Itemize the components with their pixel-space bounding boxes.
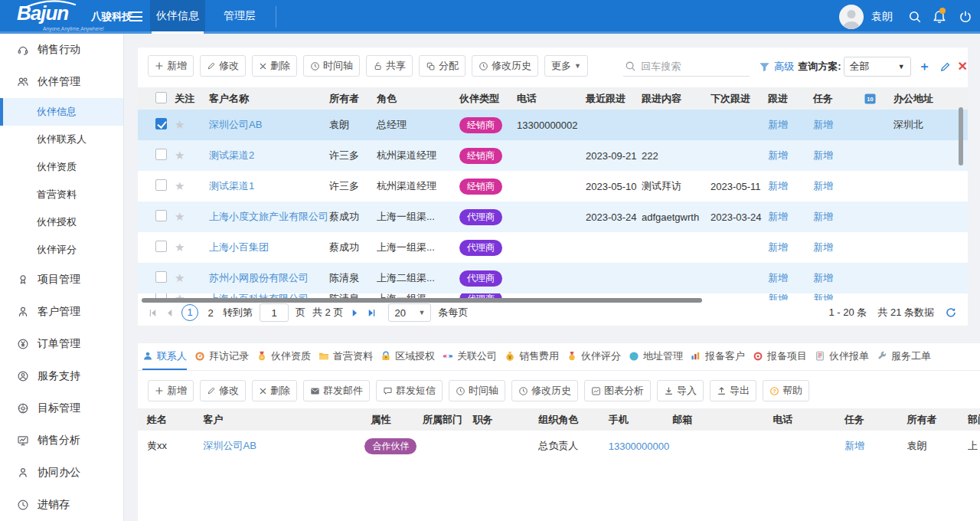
toolbar-button-新增[interactable]: 新增 — [148, 380, 194, 401]
table-row[interactable]: ★上海小百集团蔡成功上海一组渠...代理商新增新增 — [138, 232, 968, 263]
vertical-scrollbar[interactable] — [959, 107, 963, 165]
detail-tab-地址管理[interactable]: 地址管理 — [629, 343, 683, 370]
add-follow-link[interactable]: 新增 — [768, 149, 788, 161]
toolbar-button-共享[interactable]: 共享 — [366, 55, 413, 77]
detail-tab-服务工单[interactable]: 服务工单 — [877, 343, 931, 370]
customer-link[interactable]: 深圳公司AB — [204, 440, 256, 451]
toolbar-button-删除[interactable]: 删除 — [252, 380, 297, 401]
toolbar-button-时间轴[interactable]: 时间轴 — [449, 380, 505, 401]
detail-tab-伙伴报单[interactable]: 伙伴报单 — [815, 343, 869, 370]
row-checkbox[interactable] — [155, 149, 167, 160]
detail-tab-拜访记录[interactable]: 拜访记录 — [194, 343, 249, 370]
delete-query-plan-button[interactable]: ✕ — [958, 61, 968, 73]
sidebar-item-目标管理[interactable]: 目标管理 — [0, 392, 123, 424]
avatar[interactable] — [839, 5, 864, 29]
table-row[interactable]: ★深圳公司AB袁朗总经理经销商13300000002新增新增深圳北 — [138, 110, 968, 140]
add-task-link[interactable]: 新增 — [813, 293, 833, 300]
page-size-select[interactable]: 20▼ — [388, 303, 431, 322]
toolbar-button-修改[interactable]: 修改 — [200, 55, 246, 77]
sidebar-item-伙伴联系人[interactable]: 伙伴联系人 — [0, 126, 123, 153]
power-icon[interactable] — [959, 10, 972, 24]
search-icon[interactable] — [908, 10, 922, 24]
select-all-checkbox[interactable] — [155, 92, 167, 103]
first-page-button[interactable] — [148, 308, 158, 318]
detail-tab-关联公司[interactable]: 关联公司 — [443, 343, 497, 370]
customer-name-link[interactable]: 苏州小网股份有限公司 — [209, 272, 309, 283]
add-follow-link[interactable]: 新增 — [768, 293, 788, 300]
table-row[interactable]: ★测试渠道2许三多杭州渠道经理经销商2023-09-21222新增新增 — [138, 140, 968, 171]
add-task-link[interactable]: 新增 — [813, 211, 833, 222]
toolbar-button-更多[interactable]: 更多▼ — [544, 55, 588, 77]
detail-tab-报备项目[interactable]: 报备项目 — [753, 343, 807, 370]
calendar-10-icon[interactable]: 10 — [864, 93, 887, 105]
mobile-link[interactable]: 13300000000 — [609, 441, 670, 452]
detail-tab-报备客户[interactable]: 报备客户 — [691, 343, 745, 370]
customer-name-link[interactable]: 上海小百集团 — [209, 241, 269, 253]
sidebar-item-首营资料[interactable]: 首营资料 — [0, 181, 123, 208]
last-page-button[interactable] — [367, 308, 377, 318]
detail-tab-联系人[interactable]: 联系人 — [142, 343, 187, 370]
search-input[interactable]: 回车搜索 — [623, 57, 750, 77]
toolbar-button-修改历史[interactable]: 修改历史 — [511, 380, 578, 401]
row-checkbox[interactable] — [155, 241, 167, 252]
detail-tab-伙伴资质[interactable]: 伙伴资质 — [256, 343, 311, 370]
toolbar-button-群发短信[interactable]: 群发短信 — [376, 380, 443, 401]
sidebar-item-服务支持[interactable]: 服务支持 — [0, 360, 123, 392]
sidebar-item-销售分析[interactable]: 销售分析 — [0, 424, 123, 457]
add-task-link[interactable]: 新增 — [844, 440, 864, 451]
sidebar-item-伙伴评分[interactable]: 伙伴评分 — [0, 236, 123, 264]
table-row[interactable]: ★测试渠道1许三多杭州渠道经理经销商2023-05-10测试拜访2023-05-… — [138, 171, 968, 202]
goto-page-input[interactable] — [260, 303, 289, 322]
detail-tab-销售费用[interactable]: 销售费用 — [505, 343, 559, 370]
add-task-link[interactable]: 新增 — [813, 149, 833, 161]
toolbar-button-导入[interactable]: 导入 — [657, 380, 704, 401]
toolbar-button-删除[interactable]: 删除 — [252, 55, 297, 77]
sidebar-item-客户管理[interactable]: 客户管理 — [0, 296, 123, 328]
hamburger-menu-icon[interactable] — [129, 11, 142, 22]
sidebar-item-伙伴管理[interactable]: 伙伴管理 — [0, 66, 123, 98]
add-query-plan-button[interactable]: ＋ — [919, 61, 931, 73]
row-checkbox[interactable] — [155, 210, 167, 221]
toolbar-button-修改[interactable]: 修改 — [200, 380, 246, 401]
toolbar-button-群发邮件[interactable]: 群发邮件 — [303, 380, 370, 401]
toolbar-button-修改历史[interactable]: 修改历史 — [472, 55, 538, 77]
detail-tab-伙伴评分[interactable]: 伙伴评分 — [567, 343, 621, 370]
add-task-link[interactable]: 新增 — [813, 272, 833, 283]
sidebar-item-伙伴信息[interactable]: 伙伴信息 — [0, 98, 123, 126]
sidebar-item-订单管理[interactable]: 订单管理 — [0, 328, 123, 360]
customer-name-link[interactable]: 测试渠道2 — [209, 149, 254, 161]
star-icon[interactable]: ★ — [175, 118, 185, 131]
row-checkbox[interactable] — [155, 179, 167, 191]
next-page-button[interactable] — [350, 308, 360, 318]
query-plan-select[interactable]: 全部 ▼ — [844, 57, 911, 77]
toolbar-button-图表分析[interactable]: 图表分析 — [584, 380, 651, 401]
add-task-link[interactable]: 新增 — [813, 119, 833, 130]
refresh-icon[interactable] — [945, 306, 957, 319]
add-follow-link[interactable]: 新增 — [768, 241, 788, 253]
star-icon[interactable]: ★ — [175, 271, 185, 284]
customer-name-link[interactable]: 上海小度文旅产业有限公司 — [209, 211, 328, 222]
toolbar-button-时间轴[interactable]: 时间轴 — [303, 55, 360, 77]
star-icon[interactable]: ★ — [175, 241, 185, 254]
filter-icon[interactable] — [759, 61, 770, 73]
top-tab-1[interactable]: 伙伴信息 — [150, 0, 205, 31]
add-task-link[interactable]: 新增 — [813, 241, 833, 253]
top-tab-2[interactable]: 管理层 — [217, 0, 262, 31]
toolbar-button-导出[interactable]: 导出 — [710, 380, 756, 401]
username[interactable]: 袁朗 — [871, 10, 893, 24]
detail-tab-区域授权[interactable]: 区域授权 — [381, 343, 435, 370]
sidebar-item-伙伴资质[interactable]: 伙伴资质 — [0, 153, 123, 181]
toolbar-button-新增[interactable]: 新增 — [148, 55, 194, 77]
add-follow-link[interactable]: 新增 — [768, 211, 788, 222]
sidebar-item-伙伴授权[interactable]: 伙伴授权 — [0, 208, 123, 236]
sidebar-item-进销存[interactable]: 进销存 — [0, 489, 123, 521]
toolbar-button-帮助[interactable]: ?帮助 — [763, 380, 809, 401]
table-row[interactable]: ★苏州小网股份有限公司陈清泉上海二组渠...代理商新增新增 — [138, 263, 968, 293]
prev-page-button[interactable] — [165, 308, 175, 318]
customer-name-link[interactable]: 深圳公司AB — [209, 119, 262, 130]
star-icon[interactable]: ★ — [175, 179, 185, 192]
add-follow-link[interactable]: 新增 — [768, 119, 788, 130]
toolbar-button-分配[interactable]: 分配 — [419, 55, 466, 77]
page-number-2[interactable]: 2 — [205, 307, 216, 319]
table-row[interactable]: ★上海小度文旅产业有限公司蔡成功上海一组渠...代理商2023-03-24adf… — [138, 202, 968, 232]
